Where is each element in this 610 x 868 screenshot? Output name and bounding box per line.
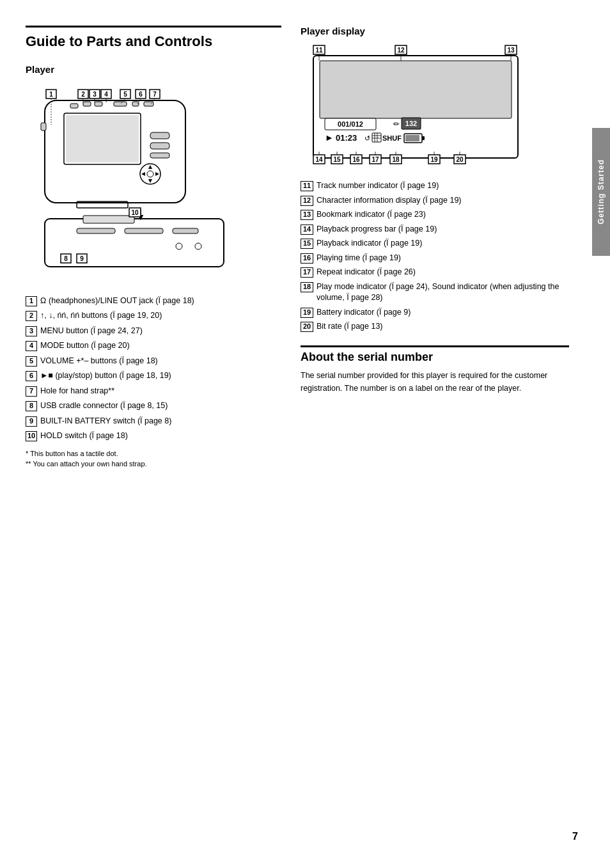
player-display-diagram: 001/012 ✏ 132 ► 01:23 ↺: [301, 43, 544, 171]
part-number: 9: [26, 416, 37, 427]
side-tab: Getting Started: [592, 128, 610, 256]
display-item-description: Playing time (Ï page 19): [317, 253, 401, 264]
display-item-number: 16: [301, 253, 313, 264]
svg-rect-14: [95, 102, 102, 106]
list-item: 8 USB cradle connector (Ï page 8, 15): [26, 400, 281, 412]
part-number: 5: [26, 356, 37, 367]
display-item-description: Bookmark indicator (Ï page 23): [317, 209, 426, 221]
svg-text:5: 5: [123, 91, 127, 98]
svg-text:18: 18: [392, 156, 400, 163]
svg-rect-22: [77, 228, 115, 233]
svg-point-25: [176, 243, 182, 249]
list-item: 5 VOLUME +*– buttons (Ï page 18): [26, 356, 281, 367]
part-number: 3: [26, 326, 37, 336]
display-svg: 001/012 ✏ 132 ► 01:23 ↺: [301, 43, 544, 177]
svg-rect-5: [150, 153, 169, 158]
part-description: HOLD switch (Ï page 18): [40, 430, 128, 442]
page-title: Guide to Parts and Controls: [26, 26, 281, 51]
svg-text:↺: ↺: [364, 134, 370, 142]
svg-text:12: 12: [397, 47, 405, 54]
player-svg: 1 2 3 4 5 6: [26, 81, 269, 286]
svg-text:8: 8: [64, 255, 68, 262]
display-item-description: Battery indicator (Ï page 9): [317, 307, 411, 319]
svg-text:15: 15: [333, 156, 341, 163]
list-item: 20 Bit rate (Ï page 13): [301, 321, 569, 333]
svg-text:16: 16: [352, 156, 360, 163]
display-item-number: 18: [301, 282, 313, 292]
part-description: Hole for hand strap**: [40, 386, 114, 397]
display-item-description: Track number indicator (Ï page 19): [317, 180, 439, 192]
list-item: 18 Play mode indicator (Ï page 24), Soun…: [301, 281, 569, 304]
display-item-number: 11: [301, 181, 313, 191]
left-column: Guide to Parts and Controls Player: [26, 26, 294, 842]
display-item-number: 15: [301, 239, 313, 249]
svg-rect-3: [150, 132, 169, 139]
list-item: 14 Playback progress bar (Ï page 19): [301, 224, 569, 235]
svg-text:6: 6: [139, 91, 143, 98]
part-description: MENU button (Ï page 24, 27): [40, 326, 143, 337]
display-item-description: Playback indicator (Ï page 19): [317, 238, 422, 249]
svg-text:001/012: 001/012: [338, 120, 363, 128]
svg-text:9: 9: [80, 255, 84, 262]
svg-rect-15: [114, 102, 127, 106]
part-description: USB cradle connector (Ï page 8, 15): [40, 400, 168, 412]
list-item: 10 HOLD switch (Ï page 18): [26, 430, 281, 442]
svg-marker-10: [141, 172, 145, 176]
svg-text:✏: ✏: [393, 120, 400, 129]
display-item-description: Repeat indicator (Ï page 26): [317, 267, 416, 278]
part-number: 6: [26, 371, 37, 381]
page-number: 7: [572, 831, 578, 842]
part-number: 1: [26, 296, 37, 306]
svg-rect-18: [41, 123, 46, 130]
list-item: 1 Ω (headphones)/LINE OUT jack (Ï page 1…: [26, 296, 281, 307]
footnote-1: * This button has a tactile dot.: [26, 448, 281, 459]
part-number: 8: [26, 401, 37, 411]
svg-rect-17: [144, 102, 153, 106]
svg-text:01:23: 01:23: [336, 133, 357, 143]
svg-text:11: 11: [315, 47, 323, 54]
svg-rect-72: [422, 136, 425, 140]
display-section-title: Player display: [301, 26, 569, 36]
list-item: 17 Repeat indicator (Ï page 26): [301, 267, 569, 278]
list-item: 3 MENU button (Ï page 24, 27): [26, 326, 281, 337]
about-title: About the serial number: [301, 345, 569, 364]
svg-text:►: ►: [325, 132, 334, 143]
list-item: 7 Hole for hand strap**: [26, 386, 281, 397]
svg-rect-4: [150, 143, 169, 149]
list-item: 12 Character information display (Ï page…: [301, 195, 569, 207]
part-number: 7: [26, 386, 37, 397]
svg-text:19: 19: [430, 156, 438, 163]
svg-text:3: 3: [93, 91, 97, 98]
svg-rect-20: [45, 219, 224, 267]
display-item-number: 13: [301, 210, 313, 220]
display-item-number: 17: [301, 267, 313, 278]
svg-rect-73: [405, 135, 419, 141]
list-item: 16 Playing time (Ï page 19): [301, 253, 569, 264]
svg-marker-11: [155, 172, 159, 176]
display-item-description: Play mode indicator (Ï page 24), Sound i…: [317, 281, 569, 304]
svg-text:14: 14: [315, 156, 323, 163]
svg-text:132: 132: [405, 120, 417, 127]
list-item: 2 ↑, ↓, ńń, ńń buttons (Ï page 19, 20): [26, 310, 281, 322]
display-item-number: 20: [301, 322, 313, 332]
svg-text:7: 7: [153, 91, 157, 98]
part-description: BUILT-IN BATTERY switch (Ï page 8): [40, 416, 171, 427]
svg-rect-23: [125, 228, 163, 233]
right-column: Player display 001/012 ✏ 132: [294, 26, 569, 842]
list-item: 13 Bookmark indicator (Ï page 23): [301, 209, 569, 221]
page-container: Getting Started 7 Guide to Parts and Con…: [0, 0, 610, 868]
svg-text:10: 10: [131, 209, 139, 216]
display-item-number: 19: [301, 308, 313, 318]
about-section: About the serial number The serial numbe…: [301, 345, 569, 395]
svg-text:13: 13: [507, 47, 515, 54]
svg-text:2: 2: [81, 91, 85, 98]
svg-text:20: 20: [456, 156, 464, 163]
parts-list: 1 Ω (headphones)/LINE OUT jack (Ï page 1…: [26, 296, 281, 442]
display-item-description: Bit rate (Ï page 13): [317, 321, 383, 333]
part-description: VOLUME +*– buttons (Ï page 18): [40, 356, 158, 367]
display-items-list: 11 Track number indicator (Ï page 19) 12…: [301, 180, 569, 333]
svg-marker-8: [148, 165, 152, 169]
svg-rect-24: [173, 228, 198, 233]
display-item-number: 12: [301, 196, 313, 206]
list-item: 11 Track number indicator (Ï page 19): [301, 180, 569, 192]
